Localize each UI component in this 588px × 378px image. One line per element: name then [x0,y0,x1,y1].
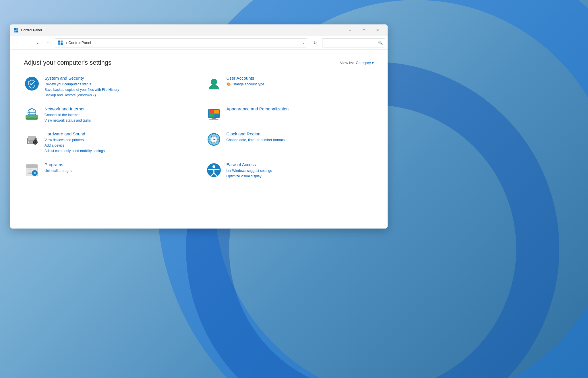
view-by-value-text: Category [356,61,371,65]
programs-title[interactable]: Programs [45,162,192,167]
main-content: Adjust your computer's settings View by:… [10,50,388,229]
svg-rect-17 [26,115,38,119]
hardware-sound-link-3[interactable]: Adjust commonly used mobility settings [45,148,192,154]
category-ease-access: Ease of Access Let Windows suggest setti… [206,162,374,179]
control-panel-window: Control Panel − □ ✕ ← → ⌄ ↑ › C [10,24,388,229]
svg-rect-3 [16,30,18,32]
maximize-button[interactable]: □ [357,26,370,35]
page-title: Adjust your computer's settings [24,59,111,66]
svg-rect-0 [14,28,16,30]
title-bar: Control Panel − □ ✕ [10,24,388,36]
forward-button[interactable]: → [23,38,32,47]
appearance-title[interactable]: Appearance and Personalization [227,106,374,111]
programs-link-1[interactable]: Uninstall a program [45,168,192,174]
refresh-button[interactable]: ↻ [311,38,320,47]
svg-rect-50 [26,164,38,168]
back-icon: ← [15,41,19,45]
svg-rect-26 [209,119,218,120]
category-clock-region: Clock and Region Change date, time, or n… [206,131,374,154]
forward-icon: → [26,41,29,45]
appearance-icon [206,106,222,122]
svg-rect-7 [61,43,63,45]
svg-point-56 [34,172,36,174]
svg-rect-59 [32,172,33,173]
search-input[interactable] [325,41,378,45]
back-button[interactable]: ← [12,38,22,47]
user-accounts-title[interactable]: User Accounts [227,76,374,80]
ease-access-icon [206,162,222,178]
close-button[interactable]: ✕ [371,26,384,35]
address-path: Control Panel [68,41,301,45]
svg-rect-51 [28,170,32,170]
user-accounts-link-1[interactable]: 🎨 Change account type [227,82,374,87]
ease-access-link-1[interactable]: Let Windows suggest settings [227,168,374,174]
svg-rect-31 [29,142,33,143]
programs-content: Programs Uninstall a program [45,162,192,174]
svg-rect-22 [214,110,219,114]
svg-rect-21 [209,110,214,114]
view-by-label: View by: [340,61,354,65]
address-bar[interactable]: › Control Panel ⌄ [55,38,307,47]
svg-rect-60 [36,172,38,173]
svg-rect-24 [214,114,219,117]
svg-rect-58 [34,175,35,176]
svg-point-9 [211,79,217,85]
network-internet-content: Network and Internet Connect to the Inte… [45,106,192,123]
up-icon: ↑ [47,41,49,45]
clock-region-link-1[interactable]: Change date, time, or number formats [227,137,374,143]
search-icon: 🔍 [378,41,383,45]
svg-rect-23 [209,114,214,117]
svg-rect-18 [26,118,38,119]
hardware-sound-link-2[interactable]: Add a device [45,143,192,148]
minimize-button[interactable]: − [343,26,357,35]
up-button[interactable]: ↑ [43,38,53,47]
svg-rect-4 [58,41,60,43]
network-internet-link-2[interactable]: View network status and tasks [45,118,192,123]
svg-rect-1 [16,28,18,30]
hardware-sound-icon [24,131,40,147]
svg-point-32 [34,138,36,140]
clock-region-content: Clock and Region Change date, time, or n… [227,131,374,143]
category-system-security: System and Security Review your computer… [24,76,192,98]
svg-rect-25 [212,118,216,119]
page-header: Adjust your computer's settings View by:… [24,59,374,66]
view-by-dropdown[interactable]: Category ▾ [356,61,374,65]
ease-access-title[interactable]: Ease of Access [227,162,374,167]
nav-bar: ← → ⌄ ↑ › Control Panel ⌄ ↻ 🔍 [10,36,388,50]
system-security-link-2[interactable]: Save backup copies of your files with Fi… [45,87,192,93]
system-security-link-3[interactable]: Backup and Restore (Windows 7) [45,93,192,98]
user-accounts-content: User Accounts 🎨 Change account type [227,76,374,87]
category-appearance: Appearance and Personalization [206,106,374,123]
refresh-icon: ↻ [314,41,317,45]
appearance-content: Appearance and Personalization [227,106,374,112]
view-by: View by: Category ▾ [340,61,374,65]
system-security-link-1[interactable]: Review your computer's status [45,82,192,87]
category-programs: Programs Uninstall a program [24,162,192,179]
network-internet-title[interactable]: Network and Internet [45,106,192,111]
chevron-down-icon: ⌄ [36,41,39,45]
category-hardware-sound: Hardware and Sound View devices and prin… [24,131,192,154]
svg-point-62 [212,165,215,168]
search-bar[interactable]: 🔍 [322,38,385,47]
system-security-icon [24,76,40,92]
hardware-sound-link-1[interactable]: View devices and printers [45,137,192,143]
recent-locations-button[interactable]: ⌄ [33,38,42,47]
svg-point-48 [213,139,214,140]
clock-region-icon [206,131,222,147]
ease-access-link-2[interactable]: Optimize visual display [227,174,374,179]
system-security-title[interactable]: System and Security [45,76,192,80]
network-internet-link-1[interactable]: Connect to the Internet [45,112,192,118]
address-separator: › [66,41,67,45]
svg-rect-2 [14,30,16,32]
programs-icon [24,162,40,178]
address-chevron-icon[interactable]: ⌄ [302,41,305,45]
clock-region-title[interactable]: Clock and Region [227,131,374,136]
window-title: Control Panel [21,28,343,32]
window-controls: − □ ✕ [343,26,384,35]
user-accounts-icon [206,76,222,92]
svg-rect-5 [61,41,63,43]
category-user-accounts: User Accounts 🎨 Change account type [206,76,374,98]
categories-grid: System and Security Review your computer… [24,76,374,179]
ease-access-content: Ease of Access Let Windows suggest setti… [227,162,374,179]
hardware-sound-title[interactable]: Hardware and Sound [45,131,192,136]
